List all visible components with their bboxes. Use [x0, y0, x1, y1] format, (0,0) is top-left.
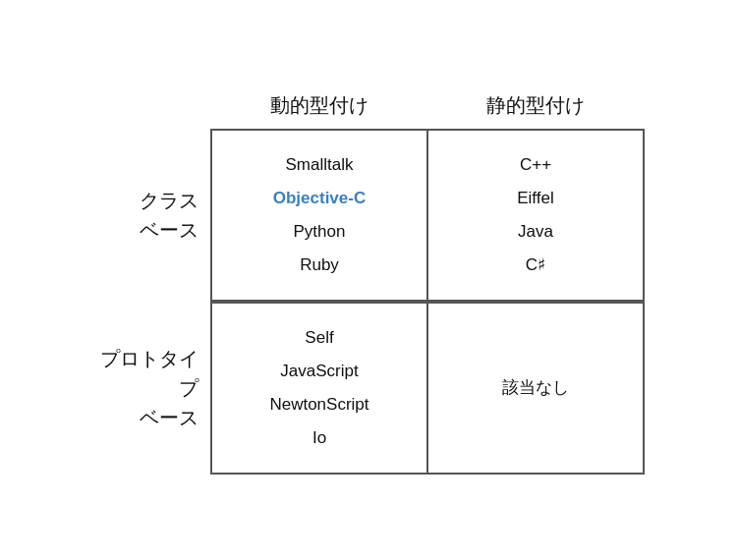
- header-row: 動的型付け 静的型付け: [211, 86, 644, 125]
- lang-javascript: JavaScript: [280, 362, 358, 380]
- grid-row2: Self JavaScript NewtonScript Io 該当なし: [210, 302, 645, 475]
- lang-csharp: C♯: [526, 255, 545, 274]
- cell-static-class: C++ Eiffel Java C♯: [427, 130, 644, 301]
- lang-python: Python: [294, 222, 346, 241]
- cell-static-proto: 該当なし: [427, 303, 644, 474]
- header-static: 静的型付け: [427, 86, 644, 125]
- cell-dynamic-proto: Self JavaScript NewtonScript Io: [211, 303, 427, 474]
- row-label-class: クラスベース: [92, 129, 210, 302]
- lang-smalltalk: Smalltalk: [286, 155, 354, 174]
- cell-dynamic-class: Smalltalk Objective-C Python Ruby: [211, 130, 427, 301]
- lang-cpp: C++: [520, 155, 551, 174]
- lang-java: Java: [518, 222, 553, 241]
- lang-self: Self: [305, 328, 333, 347]
- header-dynamic: 動的型付け: [211, 86, 427, 125]
- lang-eiffel: Eiffel: [517, 189, 554, 207]
- lang-none: 該当なし: [502, 378, 569, 397]
- lang-objectivec: Objective-C: [273, 189, 366, 207]
- lang-ruby: Ruby: [300, 255, 339, 274]
- lang-io: Io: [312, 428, 326, 447]
- main-container: 動的型付け 静的型付け クラスベース Smalltalk Objective-C…: [92, 86, 645, 475]
- grid-row1: Smalltalk Objective-C Python Ruby C++ Ei…: [210, 129, 645, 302]
- lang-newtonscript: NewtonScript: [269, 395, 368, 414]
- row-prototype-based: プロトタイプベース Self JavaScript NewtonScript I…: [92, 302, 645, 475]
- row-class-based: クラスベース Smalltalk Objective-C Python Ruby…: [92, 129, 645, 302]
- row-label-prototype: プロトタイプベース: [92, 302, 210, 475]
